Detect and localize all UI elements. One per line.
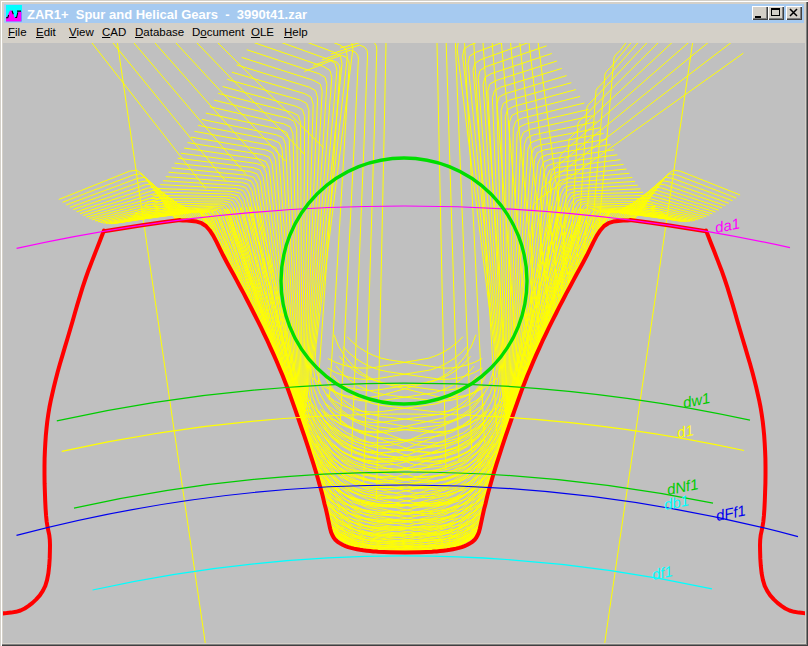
svg-text:d1: d1: [675, 421, 695, 441]
